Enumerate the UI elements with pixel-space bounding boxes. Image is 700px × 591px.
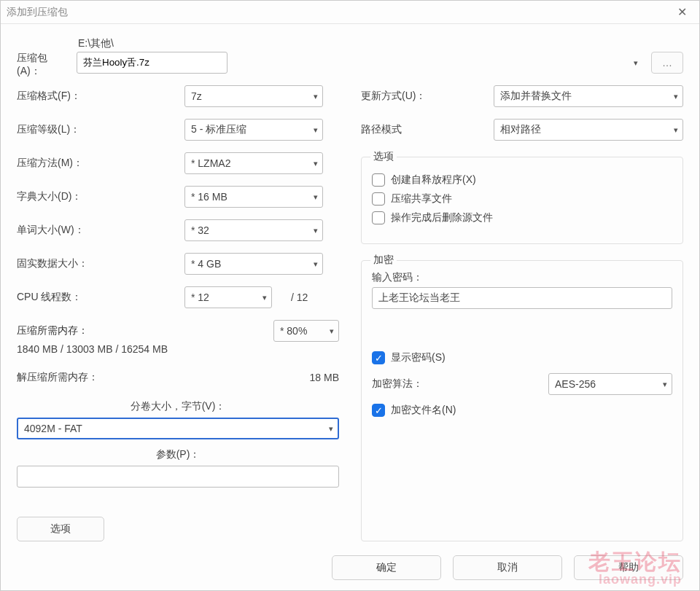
shared-checkbox-row[interactable]: 压缩共享文件 xyxy=(372,192,672,206)
level-combo[interactable]: 5 - 标准压缩 ▾ xyxy=(184,119,323,141)
chevron-down-icon: ▾ xyxy=(329,424,333,434)
threads-total: / 12 xyxy=(291,291,308,303)
ok-button[interactable]: 确定 xyxy=(332,555,441,580)
chevron-down-icon: ▾ xyxy=(314,159,318,168)
split-label: 分卷大小，字节(V)： xyxy=(131,400,226,413)
dict-label: 字典大小(D)： xyxy=(17,190,184,203)
pwd-label: 输入密码： xyxy=(372,271,672,284)
dialog-body: 压缩包(A)： E:\其他\ ▾ … 压缩格式(F)： 7z xyxy=(1,24,699,547)
checkbox-checked-icon: ✓ xyxy=(372,351,385,364)
mem-pct-combo[interactable]: * 80% ▾ xyxy=(273,320,339,342)
update-label: 更新方式(U)： xyxy=(361,90,485,103)
titlebar: 添加到压缩包 ✕ xyxy=(1,1,699,24)
level-label: 压缩等级(L)： xyxy=(17,123,184,136)
params-label: 参数(P)： xyxy=(156,448,201,461)
format-label: 压缩格式(F)： xyxy=(17,90,184,103)
options-group-title: 选项 xyxy=(370,150,397,163)
options-button[interactable]: 选项 xyxy=(17,517,104,541)
show-password-checkbox[interactable]: ✓ 显示密码(S) xyxy=(372,351,672,364)
chevron-down-icon: ▾ xyxy=(314,125,318,135)
chevron-down-icon: ▾ xyxy=(330,326,334,336)
delete-checkbox-row[interactable]: 操作完成后删除源文件 xyxy=(372,211,672,224)
chevron-down-icon[interactable]: ▾ xyxy=(634,58,638,68)
checkbox-icon xyxy=(372,211,385,224)
archive-filename-input[interactable] xyxy=(77,52,228,74)
chevron-down-icon: ▾ xyxy=(262,293,267,302)
split-combo[interactable]: 4092M - FAT ▾ xyxy=(17,418,339,439)
chevron-down-icon: ▾ xyxy=(663,380,667,389)
checkbox-checked-icon: ✓ xyxy=(372,404,385,417)
chevron-down-icon: ▾ xyxy=(314,192,318,202)
decompress-mem-label: 解压缩所需内存： xyxy=(17,371,310,384)
enc-method-label: 加密算法： xyxy=(372,377,541,391)
pathmode-label: 路径模式 xyxy=(361,123,485,136)
columns: 压缩格式(F)： 7z ▾ 压缩等级(L)： 5 - 标准压缩 ▾ 压缩方法(M… xyxy=(17,85,683,541)
right-column: 更新方式(U)： 添加并替换文件 ▾ 路径模式 相对路径 ▾ 选项 xyxy=(361,85,683,541)
footer: 老王论坛 laowang.vip 确定 取消 帮助 xyxy=(1,547,699,590)
word-label: 单词大小(W)： xyxy=(17,224,184,237)
format-combo[interactable]: 7z ▾ xyxy=(184,85,323,107)
password-input[interactable]: 上老王论坛当老王 xyxy=(372,287,672,309)
chevron-down-icon: ▾ xyxy=(314,92,318,101)
method-label: 压缩方法(M)： xyxy=(17,157,184,170)
dialog-window: 添加到压缩包 ✕ 压缩包(A)： E:\其他\ ▾ … 压缩格式(F xyxy=(0,0,700,591)
params-input[interactable] xyxy=(17,466,339,488)
archive-path: E:\其他\ xyxy=(77,37,683,50)
browse-button[interactable]: … xyxy=(651,52,683,74)
enc-method-combo[interactable]: AES-256 ▾ xyxy=(548,373,672,395)
encrypt-group-title: 加密 xyxy=(370,254,397,267)
checkbox-icon xyxy=(372,173,385,187)
solid-combo[interactable]: * 4 GB ▾ xyxy=(184,253,323,275)
pathmode-combo[interactable]: 相对路径 ▾ xyxy=(494,119,683,141)
method-combo[interactable]: * LZMA2 ▾ xyxy=(184,152,323,174)
chevron-down-icon: ▾ xyxy=(674,125,678,135)
close-icon[interactable]: ✕ xyxy=(670,2,693,23)
archive-row: 压缩包(A)： E:\其他\ ▾ … xyxy=(17,37,683,78)
archive-label: 压缩包(A)： xyxy=(17,37,69,78)
chevron-down-icon: ▾ xyxy=(314,226,318,235)
dict-combo[interactable]: * 16 MB ▾ xyxy=(184,186,323,208)
word-combo[interactable]: * 32 ▾ xyxy=(184,219,323,241)
threads-combo[interactable]: * 12 ▾ xyxy=(184,286,272,308)
window-title: 添加到压缩包 xyxy=(7,6,670,19)
options-group: 选项 创建自释放程序(X) 压缩共享文件 操作完成后删除源文件 xyxy=(361,157,683,244)
threads-label: CPU 线程数： xyxy=(17,291,184,304)
help-button[interactable]: 帮助 xyxy=(574,555,683,580)
compress-mem-label: 压缩所需内存： xyxy=(17,324,88,337)
encrypt-names-checkbox[interactable]: ✓ 加密文件名(N) xyxy=(372,404,672,417)
solid-label: 固实数据大小： xyxy=(17,257,184,270)
compress-mem-detail: 1840 MB / 13003 MB / 16254 MB xyxy=(17,343,339,355)
update-combo[interactable]: 添加并替换文件 ▾ xyxy=(494,85,683,107)
decompress-mem-value: 18 MB xyxy=(310,372,339,383)
checkbox-icon xyxy=(372,192,385,206)
chevron-down-icon: ▾ xyxy=(314,259,318,269)
encrypt-group: 加密 输入密码： 上老王论坛当老王 ✓ 显示密码(S) 加密算法： AES-25… xyxy=(361,260,683,541)
chevron-down-icon: ▾ xyxy=(674,92,678,101)
left-column: 压缩格式(F)： 7z ▾ 压缩等级(L)： 5 - 标准压缩 ▾ 压缩方法(M… xyxy=(17,85,339,541)
sfx-checkbox-row[interactable]: 创建自释放程序(X) xyxy=(372,173,672,187)
cancel-button[interactable]: 取消 xyxy=(453,555,562,580)
